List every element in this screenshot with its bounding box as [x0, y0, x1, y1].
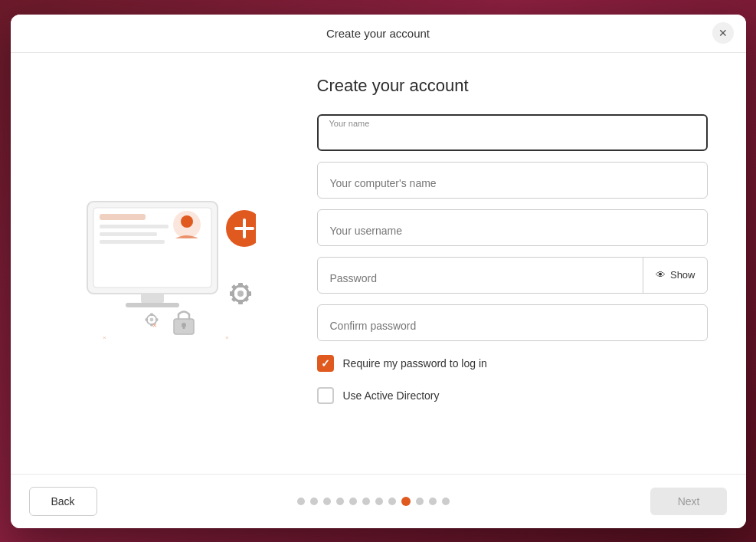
- pagination-dot-4[interactable]: [336, 498, 344, 505]
- pagination-dot-5[interactable]: [349, 498, 357, 505]
- computer-name-input[interactable]: [317, 162, 708, 199]
- svg-text:×: ×: [225, 334, 229, 341]
- pagination-dot-9[interactable]: [401, 497, 411, 506]
- illustration-panel: × × ×: [11, 53, 302, 474]
- pagination-dot-12[interactable]: [442, 498, 450, 505]
- require-password-checkbox[interactable]: [317, 355, 334, 372]
- username-field-group: [317, 209, 708, 246]
- close-button[interactable]: ✕: [712, 22, 734, 44]
- form-panel: Create your account Your name 👁 Show: [302, 53, 746, 474]
- pagination-dot-8[interactable]: [388, 498, 396, 505]
- next-button[interactable]: Next: [650, 488, 728, 515]
- illustration: × × ×: [57, 156, 256, 370]
- pagination-dot-6[interactable]: [362, 498, 370, 505]
- active-directory-label: Use Active Directory: [343, 389, 440, 402]
- dialog-footer: Back Next: [11, 474, 746, 528]
- name-input[interactable]: [317, 114, 708, 151]
- pagination-dot-2[interactable]: [310, 498, 318, 505]
- svg-point-14: [237, 291, 244, 297]
- dialog-content: × × × Create your account Your name: [11, 53, 746, 474]
- svg-rect-3: [100, 225, 169, 228]
- svg-rect-27: [145, 318, 148, 321]
- pagination-dot-11[interactable]: [429, 498, 437, 505]
- svg-rect-11: [141, 294, 164, 303]
- svg-rect-18: [247, 291, 251, 296]
- confirm-password-input[interactable]: [317, 304, 708, 341]
- pagination-dots: [297, 497, 450, 506]
- eye-icon: 👁: [656, 269, 666, 281]
- svg-rect-20: [243, 284, 248, 290]
- dialog-title: Create your account: [326, 27, 430, 40]
- svg-rect-15: [238, 283, 243, 287]
- require-password-group: Require my password to log in: [317, 352, 708, 375]
- svg-text:×: ×: [152, 321, 157, 330]
- svg-rect-5: [100, 240, 165, 244]
- active-directory-group: Use Active Directory: [317, 384, 708, 407]
- svg-rect-17: [230, 291, 234, 296]
- create-account-dialog: Create your account ✕: [11, 15, 746, 528]
- pagination-dot-10[interactable]: [416, 498, 424, 505]
- show-password-button[interactable]: 👁 Show: [643, 257, 708, 294]
- pagination-dot-3[interactable]: [323, 498, 331, 505]
- pagination-dot-7[interactable]: [375, 498, 383, 505]
- form-title: Create your account: [317, 76, 708, 96]
- svg-rect-21: [231, 297, 236, 302]
- svg-rect-12: [126, 303, 179, 307]
- svg-text:×: ×: [103, 334, 106, 341]
- require-password-label: Require my password to log in: [343, 357, 487, 370]
- dialog-header: Create your account ✕: [11, 15, 746, 53]
- computer-name-field-group: [317, 162, 708, 199]
- username-input[interactable]: [317, 209, 708, 246]
- svg-point-7: [181, 215, 193, 228]
- active-directory-checkbox[interactable]: [317, 387, 334, 404]
- svg-rect-31: [182, 325, 185, 329]
- name-field-group: Your name: [317, 114, 708, 151]
- back-button[interactable]: Back: [29, 487, 97, 516]
- password-field-group: 👁 Show: [317, 257, 708, 294]
- pagination-dot-1[interactable]: [297, 498, 305, 505]
- confirm-password-field-group: [317, 304, 708, 341]
- close-icon: ✕: [718, 27, 728, 39]
- show-password-label: Show: [670, 269, 695, 281]
- svg-rect-16: [238, 300, 243, 304]
- svg-rect-4: [100, 232, 157, 236]
- svg-rect-25: [150, 314, 153, 317]
- svg-rect-2: [100, 214, 146, 220]
